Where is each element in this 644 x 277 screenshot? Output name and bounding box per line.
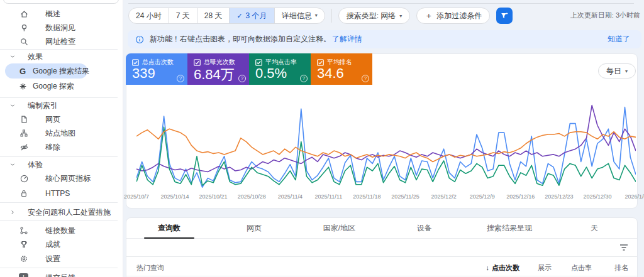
gear-icon xyxy=(19,254,29,264)
column-top-queries[interactable]: 热门查询 xyxy=(136,263,164,273)
dimension-tabs: 查询数 网页 国家/地区 设备 搜索结果呈现 天 xyxy=(126,218,637,239)
compare-filter-button[interactable] xyxy=(496,8,513,24)
sidebar-group-indexing[interactable]: 编制索引 xyxy=(0,99,123,112)
range-3m-button[interactable]: ✓3 个月 xyxy=(230,8,274,23)
chevron-right-icon xyxy=(9,209,16,215)
sidebar-item-https[interactable]: HTTPS xyxy=(0,187,123,200)
range-28d-button[interactable]: 28 天 xyxy=(197,8,230,23)
sidebar-item-achievements[interactable]: 成就 xyxy=(0,237,123,251)
sidebar-item-insights[interactable]: 数据洞见 xyxy=(0,21,123,35)
range-24h-button[interactable]: 24 小时 xyxy=(129,8,169,23)
range-7d-button[interactable]: 7 天 xyxy=(169,8,197,23)
x-tick: 2025/12/23 xyxy=(545,193,573,200)
column-ctr[interactable]: 点击率 xyxy=(571,263,592,273)
sidebar-item-label: 数据洞见 xyxy=(45,23,75,33)
sidebar-item-overview[interactable]: 概述 xyxy=(0,7,123,21)
sidebar-group-security-manual-actions[interactable]: 安全问题和人工处置措施 xyxy=(0,205,123,219)
metric-value: 34.6 xyxy=(317,65,344,82)
range-details-button[interactable]: 详细信息▾ xyxy=(275,8,325,23)
sidebar-group-label: 效果 xyxy=(28,52,43,62)
sidebar-group-label: 编制索引 xyxy=(28,100,58,111)
gauge-icon xyxy=(19,173,29,183)
sidebar-group-experience[interactable]: 体验 xyxy=(0,158,123,171)
asterisk-icon xyxy=(18,81,28,91)
tile-total-clicks[interactable]: 总点击次数 339 ? xyxy=(126,53,187,85)
sidebar-item-label: 提交反馈 xyxy=(45,273,75,277)
sidebar-item-settings[interactable]: 设置 xyxy=(0,252,123,266)
tab-devices[interactable]: 设备 xyxy=(382,218,467,238)
sidebar: 概述 数据洞见 网址检查 效果 G Google 搜索结果 Google 探索 … xyxy=(0,0,123,277)
search-type-button[interactable]: 搜索类型: 网络▾ xyxy=(338,8,411,24)
sidebar-item-google-search-results[interactable]: G Google 搜索结果 xyxy=(0,64,123,78)
home-icon xyxy=(19,9,29,19)
performance-line-chart xyxy=(136,98,636,189)
column-position[interactable]: 排名 xyxy=(614,263,628,273)
last-updated-text: 上次更新日期: 3小时前 xyxy=(570,11,640,20)
granularity-button[interactable]: 每日▾ xyxy=(598,63,636,79)
got-it-link[interactable]: 知道了 xyxy=(608,34,630,45)
tab-pages[interactable]: 网页 xyxy=(211,218,296,238)
x-tick: 2025/11/18 xyxy=(353,193,380,200)
sidebar-item-google-discover[interactable]: Google 探索 xyxy=(0,79,123,93)
column-clicks[interactable]: ↓点击次数 xyxy=(486,263,520,273)
help-icon[interactable]: ? xyxy=(177,75,184,82)
x-axis: 2025/10/7 2025/10/14 2025/10/21 2025/10/… xyxy=(136,193,636,201)
help-icon[interactable]: ? xyxy=(238,75,246,82)
chevron-down-icon xyxy=(9,102,16,109)
sidebar-item-core-web-vitals[interactable]: 核心网页指标 xyxy=(0,171,123,185)
sort-desc-icon: ↓ xyxy=(486,264,490,271)
tab-queries[interactable]: 查询数 xyxy=(126,218,211,238)
eye-off-icon xyxy=(19,142,29,152)
checkbox-checked-icon[interactable] xyxy=(194,59,201,66)
sitemap-icon xyxy=(19,128,29,138)
x-tick: 2025/10/7 xyxy=(124,193,149,200)
header-divider xyxy=(128,3,634,4)
learn-more-link[interactable]: 了解详情 xyxy=(332,34,362,45)
help-icon[interactable]: ? xyxy=(300,75,308,82)
sidebar-group-performance[interactable]: 效果 xyxy=(0,50,123,63)
tile-total-impressions[interactable]: 总曝光次数 6.84万 ? xyxy=(187,53,249,85)
sidebar-item-sitemaps[interactable]: 站点地图 xyxy=(0,126,123,140)
help-icon[interactable]: ? xyxy=(362,75,369,82)
check-icon: ✓ xyxy=(236,8,242,23)
add-filter-button[interactable]: ＋添加过滤条件 xyxy=(416,8,490,24)
trophy-icon xyxy=(19,239,29,249)
sidebar-item-label: HTTPS xyxy=(45,189,70,198)
tab-dates[interactable]: 天 xyxy=(552,218,637,238)
notification-banner: 新功能！右键点击图表，即可向数据添加自定义注释。 了解详情 知道了 xyxy=(128,30,641,48)
sidebar-divider xyxy=(0,156,118,157)
tile-average-ctr[interactable]: 平均点击率 0.5% ? xyxy=(249,53,311,85)
sidebar-item-pages[interactable]: 网页 xyxy=(0,112,123,126)
links-icon xyxy=(19,225,29,236)
search-icon xyxy=(19,36,29,46)
tab-search-appearance[interactable]: 搜索结果呈现 xyxy=(467,218,552,238)
sidebar-divider xyxy=(0,268,118,268)
metric-value: 6.84万 xyxy=(194,65,235,84)
sidebar-item-removals[interactable]: 移除 xyxy=(0,140,123,154)
sidebar-divider xyxy=(0,97,118,98)
sidebar-item-links[interactable]: 链接数量 xyxy=(0,224,123,237)
sidebar-item-feedback[interactable]: ! 提交反馈 xyxy=(0,271,123,277)
checkbox-checked-icon[interactable] xyxy=(255,59,262,66)
chevron-down-icon: ▾ xyxy=(315,8,318,23)
tab-countries[interactable]: 国家/地区 xyxy=(297,218,382,238)
x-tick: 2025/10/28 xyxy=(238,193,266,200)
table-filter-row xyxy=(126,239,637,257)
date-range-segmented-control: 24 小时 7 天 28 天 ✓3 个月 详细信息▾ xyxy=(128,8,325,24)
toolbar-separator xyxy=(331,9,332,23)
sidebar-item-label: 网页 xyxy=(45,114,60,125)
x-tick: 2025/11/4 xyxy=(278,193,303,200)
chart-series-点击次数 xyxy=(136,107,636,188)
checkbox-checked-icon[interactable] xyxy=(317,59,324,66)
tile-average-position[interactable]: 平均排名 34.6 ? xyxy=(311,53,372,85)
chevron-down-icon: ▾ xyxy=(399,13,402,19)
sidebar-item-url-inspection[interactable]: 网址检查 xyxy=(0,35,123,48)
sidebar-item-label: 链接数量 xyxy=(45,225,75,236)
x-tick: 2025/12/16 xyxy=(506,193,535,200)
filter-list-icon[interactable] xyxy=(619,244,628,251)
column-impressions[interactable]: 展示 xyxy=(538,263,552,273)
property-selector[interactable] xyxy=(3,0,119,4)
checkbox-checked-icon[interactable] xyxy=(132,59,139,66)
sidebar-item-label: 概述 xyxy=(45,9,60,19)
metric-value: 0.5% xyxy=(255,65,287,82)
